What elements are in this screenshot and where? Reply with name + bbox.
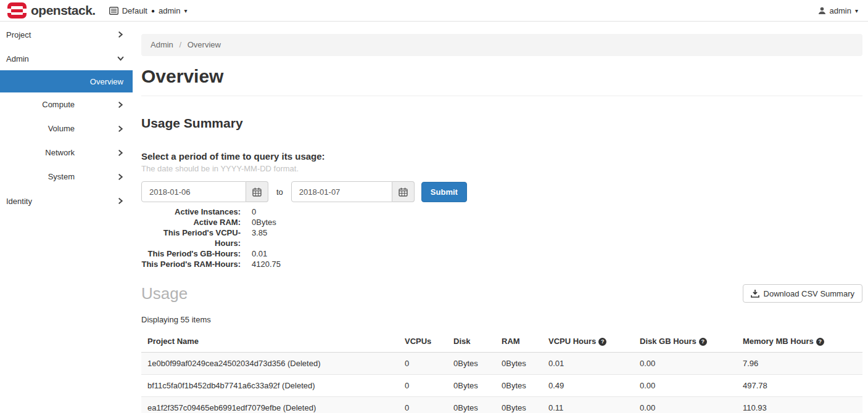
- cell-disk-gb-hours: 0.00: [634, 375, 737, 397]
- breadcrumb-current: Overview: [188, 40, 221, 49]
- download-icon: [751, 289, 759, 298]
- stat-label: This Period's RAM-Hours:: [141, 259, 241, 269]
- sidebar-item-system[interactable]: System: [0, 165, 133, 189]
- stat-label: Active Instances:: [141, 206, 241, 217]
- breadcrumb: Admin / Overview: [141, 34, 862, 56]
- stat-label: This Period's VCPU-Hours:: [141, 227, 241, 248]
- cell-vcpu-hours: 0.11: [542, 397, 634, 413]
- cell-disk: 0Bytes: [447, 375, 495, 397]
- sidebar-item-compute[interactable]: Compute: [0, 92, 133, 117]
- cell-disk-gb-hours: 0.00: [634, 397, 737, 413]
- brand-wordmark: openstack.: [31, 3, 96, 18]
- stat-value: 0Bytes: [252, 217, 276, 227]
- col-project-name[interactable]: Project Name: [141, 332, 399, 353]
- sidebar-item-admin[interactable]: Admin: [0, 47, 133, 70]
- date-range-form: to Submit: [141, 181, 862, 202]
- cell-memory-mb-hours: 7.96: [737, 353, 862, 375]
- calendar-icon: [252, 187, 262, 197]
- col-disk-gb-hours[interactable]: Disk GB Hours?: [634, 332, 737, 353]
- usage-table: Project Name VCPUs Disk RAM VCPU Hours? …: [141, 332, 862, 413]
- col-disk[interactable]: Disk: [447, 332, 495, 353]
- date-format-hint: The date should be in YYYY-MM-DD format.: [141, 164, 862, 173]
- stat-active-instances: Active Instances: 0: [141, 206, 862, 217]
- table-row: bf11c5fa0f1b452db4b7741a6c33a92f (Delete…: [141, 375, 862, 397]
- help-icon[interactable]: ?: [699, 338, 707, 346]
- cell-ram: 0Bytes: [495, 353, 542, 375]
- help-icon[interactable]: ?: [816, 338, 824, 346]
- openstack-logo-icon: [7, 2, 27, 18]
- col-memory-mb-hours[interactable]: Memory MB Hours?: [737, 332, 862, 353]
- project-label: admin: [159, 6, 180, 15]
- cell-disk: 0Bytes: [447, 397, 495, 413]
- cell-memory-mb-hours: 497.78: [737, 375, 862, 397]
- stat-label: Active RAM:: [141, 217, 241, 227]
- page-title: Overview: [141, 66, 862, 87]
- usage-section-header: Usage Download CSV Summary: [141, 284, 862, 303]
- items-count: Displaying 55 items: [141, 315, 862, 324]
- user-menu[interactable]: admin ▾: [818, 6, 861, 15]
- sidebar-item-identity[interactable]: Identity: [0, 189, 133, 213]
- chevron-right-icon: [117, 149, 124, 156]
- sidebar-item-label: Project: [6, 30, 31, 39]
- sidebar-item-overview[interactable]: Overview: [0, 70, 133, 92]
- usage-stats: Active Instances: 0 Active RAM: 0Bytes T…: [141, 206, 862, 269]
- context-dot-icon: ●: [151, 7, 155, 14]
- date-to-input[interactable]: [291, 181, 392, 202]
- sidebar-item-volume[interactable]: Volume: [0, 117, 133, 141]
- brand-logo[interactable]: openstack.: [7, 2, 96, 18]
- stat-label: This Period's GB-Hours:: [141, 248, 241, 259]
- download-csv-button[interactable]: Download CSV Summary: [743, 284, 862, 303]
- domain-list-icon: [109, 7, 118, 15]
- calendar-addon-from[interactable]: [246, 181, 268, 202]
- main-content: Admin / Overview Overview Usage Summary …: [133, 22, 868, 413]
- chevron-down-icon: [117, 55, 124, 62]
- stat-vcpu-hours: This Period's VCPU-Hours: 3.85: [141, 227, 862, 248]
- help-icon[interactable]: ?: [598, 338, 606, 346]
- cell-vcpus: 0: [399, 375, 447, 397]
- breadcrumb-admin[interactable]: Admin: [151, 40, 173, 49]
- cell-ram: 0Bytes: [495, 397, 542, 413]
- date-from-input[interactable]: [141, 181, 246, 202]
- table-row: 1e0b0f99af0249cea24502034d73d356 (Delete…: [141, 353, 862, 375]
- sidebar-item-label: Identity: [6, 197, 32, 206]
- date-range-prompt: Select a period of time to query its usa…: [141, 151, 862, 162]
- cell-ram: 0Bytes: [495, 375, 542, 397]
- topbar: openstack. Default ● admin ▾ admin ▾: [0, 0, 868, 22]
- calendar-addon-to[interactable]: [392, 181, 415, 202]
- submit-button[interactable]: Submit: [421, 182, 467, 202]
- chevron-right-icon: [117, 31, 124, 38]
- chevron-right-icon: [117, 125, 124, 132]
- col-vcpus[interactable]: VCPUs: [399, 332, 447, 353]
- cell-vcpu-hours: 0.49: [542, 375, 634, 397]
- cell-project-name: ea1f2f357c09465eb6991edf7079efbe (Delete…: [141, 397, 399, 413]
- chevron-right-icon: [117, 198, 124, 205]
- to-label: to: [276, 187, 283, 197]
- stat-value: 0: [252, 206, 256, 217]
- chevron-down-icon: ▾: [184, 7, 187, 14]
- usage-heading: Usage: [141, 284, 188, 303]
- cell-disk-gb-hours: 0.00: [634, 353, 737, 375]
- project-context-switcher[interactable]: Default ● admin ▾: [109, 6, 188, 15]
- chevron-down-icon: ▾: [855, 7, 858, 14]
- chevron-right-icon: [117, 173, 124, 180]
- region-label: Default: [122, 6, 147, 15]
- col-ram[interactable]: RAM: [495, 332, 542, 353]
- title-divider: [141, 96, 862, 96]
- download-csv-label: Download CSV Summary: [764, 289, 854, 298]
- stat-active-ram: Active RAM: 0Bytes: [141, 217, 862, 227]
- sidebar-item-network[interactable]: Network: [0, 141, 133, 165]
- calendar-icon: [399, 187, 408, 197]
- sidebar-item-label: Admin: [6, 54, 29, 63]
- table-row: ea1f2f357c09465eb6991edf7079efbe (Delete…: [141, 397, 862, 413]
- cell-vcpus: 0: [399, 353, 447, 375]
- stat-ram-hours: This Period's RAM-Hours: 4120.75: [141, 259, 862, 269]
- user-icon: [818, 7, 826, 15]
- sidebar-item-project[interactable]: Project: [0, 22, 133, 47]
- usage-summary-heading: Usage Summary: [141, 116, 862, 131]
- sidebar-item-label: Network: [45, 148, 75, 157]
- cell-project-name: bf11c5fa0f1b452db4b7741a6c33a92f (Delete…: [141, 375, 399, 397]
- breadcrumb-separator: /: [179, 40, 181, 49]
- sidebar: Project Admin Overview Compute Volume Ne…: [0, 22, 133, 413]
- cell-vcpus: 0: [399, 397, 447, 413]
- col-vcpu-hours[interactable]: VCPU Hours?: [542, 332, 634, 353]
